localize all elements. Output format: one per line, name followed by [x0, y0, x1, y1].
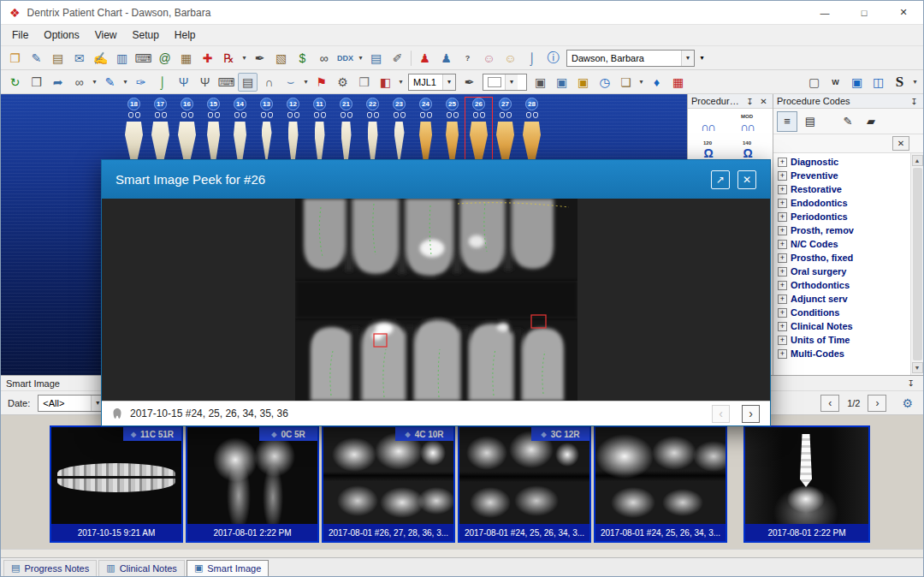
- category-conditions[interactable]: + Conditions: [773, 306, 910, 319]
- expand-icon[interactable]: +: [778, 199, 787, 208]
- document-center-icon[interactable]: ▧: [271, 49, 291, 68]
- reference-book-icon[interactable]: ▦: [176, 49, 196, 68]
- tooth-15[interactable]: 15: [200, 98, 227, 166]
- arch-view-icon[interactable]: ∩: [259, 73, 279, 92]
- expand-icon[interactable]: +: [778, 212, 787, 222]
- scrollbar-thumb[interactable]: [913, 168, 922, 360]
- bridge-button[interactable]: ∩∩: [693, 114, 722, 134]
- tab-clinical-notes[interactable]: ▥ Clinical Notes: [98, 560, 185, 577]
- search-edit-icon[interactable]: ∞: [69, 73, 89, 92]
- thumbnail-4[interactable]: ◆ 3C 12R 2017-08-01 #24, 25, 26, 34, 3..…: [458, 425, 591, 543]
- bridge-mod-button[interactable]: MOD ∩∩: [732, 114, 761, 134]
- category-prosth-remov[interactable]: + Prosth, remov: [773, 223, 910, 237]
- thumbnail-3[interactable]: ◆ 4C 10R 2017-08-01 #26, 27, 28, 36, 3..…: [322, 425, 455, 543]
- tooth-28[interactable]: 28: [518, 98, 545, 166]
- minimize-button[interactable]: —: [805, 1, 844, 24]
- search-dropdown-icon[interactable]: ▾: [91, 73, 98, 92]
- tooth-18[interactable]: 18: [121, 98, 147, 166]
- clipboard-icon[interactable]: ❏: [616, 73, 636, 92]
- tooth-13[interactable]: 13: [253, 98, 280, 166]
- list-view-button[interactable]: ≡: [777, 111, 797, 132]
- quick-letters-icon[interactable]: ✉: [69, 49, 89, 68]
- keypad-icon[interactable]: ⌨: [216, 73, 236, 92]
- tooth-22[interactable]: 22: [359, 98, 386, 166]
- refresh-icon[interactable]: ↻: [5, 73, 25, 92]
- category-orthodontics[interactable]: + Orthodontics: [773, 278, 910, 292]
- expand-icon[interactable]: +: [778, 349, 787, 359]
- next-image-button[interactable]: ›: [742, 405, 760, 423]
- tooth-14[interactable]: 14: [227, 98, 253, 166]
- pin-icon[interactable]: ↧: [909, 97, 920, 106]
- thumbnail-1[interactable]: ◆ 11C 51R 2017-10-15 9:21 AM: [50, 425, 183, 543]
- marker-icon[interactable]: ✑: [131, 73, 151, 92]
- ddx-dropdown-icon[interactable]: ▾: [357, 49, 364, 68]
- tooth-17[interactable]: 17: [147, 98, 174, 166]
- previous-image-button[interactable]: ‹: [712, 405, 730, 423]
- pin-icon[interactable]: ↧: [908, 378, 915, 388]
- clipboard-dropdown-icon[interactable]: ▾: [637, 73, 645, 92]
- s-logo-icon[interactable]: S: [890, 73, 909, 92]
- expand-icon[interactable]: +: [778, 281, 787, 290]
- expand-icon[interactable]: +: [778, 294, 787, 304]
- thumbnail-2[interactable]: ◆ 0C 5R 2017-08-01 2:22 PM: [186, 425, 319, 543]
- expand-icon[interactable]: +: [778, 226, 787, 235]
- alert-person-icon[interactable]: ♟: [415, 49, 435, 68]
- drop-icon[interactable]: ♦: [647, 73, 666, 92]
- expand-icon[interactable]: +: [778, 336, 787, 345]
- w-module-icon[interactable]: W: [826, 73, 845, 92]
- patient-caret-icon[interactable]: ▾: [681, 51, 694, 66]
- category-nc-codes[interactable]: + N/C Codes: [773, 237, 910, 251]
- scroll-down-icon[interactable]: ▼: [912, 362, 923, 373]
- camera-icon[interactable]: ▣: [573, 73, 593, 92]
- separator[interactable]: [411, 51, 412, 66]
- pen-tool-icon[interactable]: ✒: [459, 73, 479, 92]
- category-periodontics[interactable]: + Periodontics: [773, 210, 910, 223]
- expand-icon[interactable]: +: [778, 158, 787, 167]
- category-adjunct-serv[interactable]: + Adjunct serv: [773, 292, 910, 306]
- ledger-icon[interactable]: ▤: [48, 49, 68, 68]
- draw-icon[interactable]: ✎: [100, 73, 120, 92]
- female-patient-icon[interactable]: ☺: [479, 49, 499, 68]
- patient-info-icon[interactable]: ⓘ: [543, 49, 563, 68]
- s-dropdown-icon[interactable]: ▾: [911, 73, 919, 92]
- dentition-icon[interactable]: ⌣: [281, 73, 300, 92]
- close-button[interactable]: ✕: [884, 1, 923, 24]
- tooth-27[interactable]: 27: [492, 98, 518, 166]
- computer-icon[interactable]: ⌨: [133, 49, 153, 68]
- color-caret-icon[interactable]: ▾: [505, 74, 518, 90]
- camera-eo-icon[interactable]: ▣: [530, 73, 550, 92]
- paint-color-selector[interactable]: ▾: [483, 74, 527, 91]
- date-filter-select[interactable]: <All> ▾: [38, 395, 104, 412]
- tooth-26[interactable]: 26: [465, 98, 492, 166]
- clear-selection-button[interactable]: ✕: [892, 136, 909, 151]
- category-oral-surgery[interactable]: + Oral surgery: [773, 265, 910, 278]
- tooth-23[interactable]: 23: [386, 98, 412, 166]
- next-page-button[interactable]: ›: [868, 395, 886, 412]
- perio-pencil-icon[interactable]: ✐: [388, 49, 407, 68]
- family-icon[interactable]: ♟: [436, 49, 456, 68]
- scroll-up-icon[interactable]: ▲: [912, 155, 923, 166]
- sign-icon[interactable]: ✍: [91, 49, 110, 68]
- patient-selector[interactable]: Dawson, Barbara ▾: [566, 50, 695, 67]
- draw-dropdown-icon[interactable]: ▾: [121, 73, 129, 92]
- hook-icon[interactable]: ⌡: [522, 49, 542, 68]
- expand-icon[interactable]: +: [778, 253, 787, 263]
- paint-dropdown-icon[interactable]: ▾: [397, 73, 405, 92]
- category-multi-codes[interactable]: + Multi-Codes: [773, 347, 910, 360]
- mic-icon[interactable]: Ψ: [174, 73, 193, 92]
- tooth-flag-icon[interactable]: ⚑: [311, 73, 331, 92]
- question-person-icon[interactable]: ?: [458, 49, 477, 68]
- clamp-120-button[interactable]: 120 Ω: [693, 140, 722, 160]
- tooth-12[interactable]: 12: [280, 98, 306, 166]
- expand-icon[interactable]: +: [778, 267, 787, 277]
- clamp-140-button[interactable]: 140 Ω: [732, 140, 761, 160]
- tooth-25[interactable]: 25: [439, 98, 465, 166]
- dialog-close-button[interactable]: ✕: [737, 170, 756, 189]
- menu-file[interactable]: File: [4, 26, 36, 45]
- timer-icon[interactable]: ◷: [595, 73, 614, 92]
- dentition-dropdown-icon[interactable]: ▾: [302, 73, 310, 92]
- close-panel-icon[interactable]: ✕: [758, 97, 769, 106]
- menu-setup[interactable]: Setup: [125, 26, 167, 45]
- panel-layout-icon[interactable]: ▢: [804, 73, 824, 92]
- camera-ed-icon[interactable]: ▣: [552, 73, 572, 92]
